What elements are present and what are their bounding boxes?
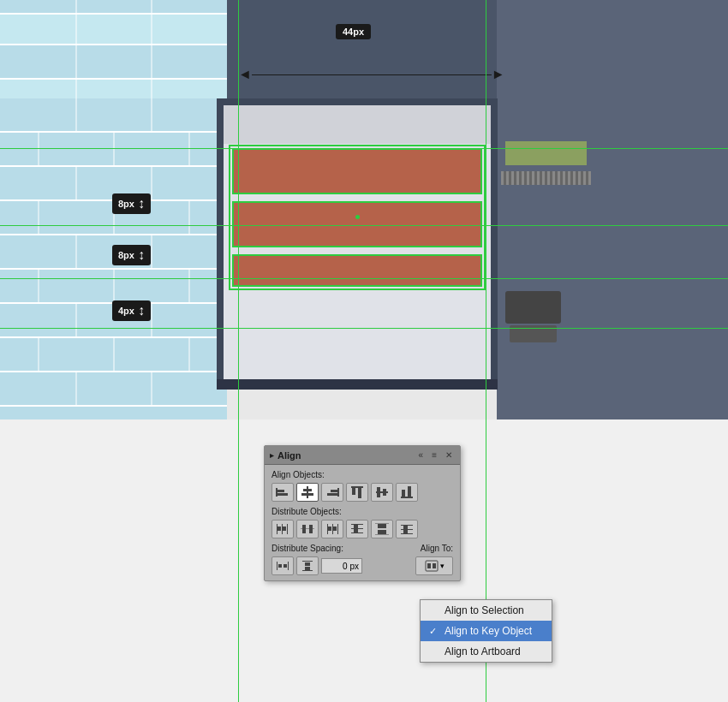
svg-rect-46	[288, 562, 289, 570]
panel-title-text: Align	[277, 450, 301, 461]
dist-bottom-btn[interactable]	[396, 520, 418, 538]
svg-rect-28	[337, 524, 338, 534]
align-center-v-btn[interactable]	[371, 483, 393, 502]
align-artboard-label: Align to Artboard	[445, 645, 521, 657]
svg-rect-31	[351, 524, 363, 525]
dist-top-btn[interactable]	[346, 520, 368, 538]
panel-titlebar: ▸ Align « ≡ ✕	[265, 446, 460, 465]
align-to-btn[interactable]: ▾	[415, 556, 453, 575]
align-bottom-btn[interactable]	[396, 483, 418, 502]
svg-rect-17	[408, 486, 411, 497]
svg-rect-15	[401, 497, 413, 498]
svg-rect-2	[277, 493, 288, 496]
panel-close-btn[interactable]: ✕	[443, 449, 455, 461]
spacing-row: 0 px	[272, 556, 362, 575]
illustration-frame	[217, 98, 498, 390]
svg-rect-43	[403, 526, 408, 529]
svg-rect-1	[277, 490, 284, 492]
svg-rect-49	[302, 561, 313, 562]
dist-space-h-btn[interactable]	[272, 556, 294, 575]
guide-v-bottom-1	[238, 419, 239, 702]
align-panel: ▸ Align « ≡ ✕ Align Objects:	[264, 445, 461, 581]
svg-rect-27	[332, 524, 333, 534]
svg-rect-9	[351, 486, 363, 488]
svg-rect-4	[303, 489, 312, 491]
svg-rect-52	[305, 567, 310, 570]
svg-rect-24	[302, 525, 306, 533]
panel-menu-btn[interactable]: ≡	[429, 449, 439, 461]
panel-collapse-btn[interactable]: «	[416, 449, 427, 461]
panel-title: ▸ Align	[270, 450, 301, 461]
svg-rect-8	[327, 493, 337, 496]
svg-rect-37	[375, 534, 389, 535]
align-to-section: Align To: ▾	[415, 544, 453, 575]
align-to-dropdown-menu: Align to Selection ✓ Align to Key Object…	[420, 599, 552, 663]
align-objects-row	[272, 483, 453, 502]
align-top-btn[interactable]	[346, 483, 368, 502]
svg-rect-44	[403, 530, 408, 533]
svg-rect-16	[402, 490, 405, 497]
distribute-objects-label: Distribute Objects:	[272, 507, 453, 516]
svg-rect-35	[354, 529, 358, 532]
measure-44px-arrow: ◄ ►	[238, 67, 505, 82]
align-to-dropdown-wrapper: ▾	[415, 556, 453, 575]
align-right-btn[interactable]	[321, 483, 343, 502]
align-left-btn[interactable]	[272, 483, 294, 502]
svg-rect-11	[358, 488, 361, 498]
svg-rect-41	[401, 529, 413, 530]
align-artboard-check	[429, 646, 439, 657]
measure-8px-top: 8px ↕	[112, 193, 151, 214]
measure-8px-mid: 8px ↕	[112, 245, 151, 265]
svg-rect-33	[351, 532, 363, 533]
svg-rect-42	[401, 533, 413, 534]
align-key-check: ✓	[429, 626, 439, 637]
svg-rect-54	[427, 563, 431, 568]
center-point	[355, 215, 360, 219]
align-center-h-btn[interactable]	[296, 483, 319, 502]
distribute-objects-row	[272, 520, 453, 538]
svg-rect-36	[375, 523, 389, 524]
bottom-row: Distribute Spacing: 0 px Align To:	[272, 544, 453, 575]
distribute-spacing-section: Distribute Spacing: 0 px	[272, 544, 362, 575]
svg-rect-18	[277, 524, 277, 534]
align-selection-item[interactable]: Align to Selection	[421, 600, 552, 621]
svg-rect-0	[276, 488, 277, 497]
svg-rect-51	[305, 562, 310, 566]
svg-rect-50	[302, 570, 313, 571]
dist-center-h-btn[interactable]	[296, 520, 319, 538]
dist-middle-v-btn[interactable]	[371, 520, 393, 538]
svg-rect-55	[433, 563, 436, 568]
svg-rect-19	[282, 524, 283, 534]
svg-rect-25	[309, 525, 313, 533]
brown-rect-3	[232, 254, 482, 287]
svg-rect-14	[383, 489, 386, 496]
brown-rect-2	[232, 201, 482, 247]
align-objects-label: Align Objects:	[272, 470, 453, 479]
align-key-object-item[interactable]: ✓ Align to Key Object	[421, 621, 552, 641]
brown-rect-1	[232, 148, 482, 194]
svg-rect-6	[337, 488, 339, 497]
svg-rect-7	[331, 490, 337, 492]
dist-left-btn[interactable]	[272, 520, 294, 538]
svg-rect-3	[307, 486, 308, 498]
align-triangle-icon: ▸	[270, 451, 274, 460]
canvas-area: 44px ◄ ► 8px ↕ 8px ↕ 4px ↕	[0, 0, 728, 419]
svg-rect-13	[377, 487, 380, 497]
dist-right-btn[interactable]	[321, 520, 343, 538]
svg-rect-26	[327, 524, 328, 534]
align-selection-check	[429, 605, 439, 616]
svg-rect-10	[352, 488, 355, 495]
align-key-label: Align to Key Object	[445, 625, 532, 637]
right-dark-panel	[497, 0, 728, 419]
svg-rect-5	[301, 493, 313, 496]
measure-44px-label: 44px	[336, 24, 371, 39]
spacing-input[interactable]: 0 px	[321, 558, 362, 574]
panel-body: Align Objects:	[265, 465, 460, 580]
svg-rect-40	[401, 525, 413, 526]
svg-rect-21	[277, 526, 281, 531]
svg-rect-32	[351, 528, 363, 529]
svg-rect-38	[378, 524, 386, 528]
distribute-spacing-label: Distribute Spacing:	[272, 544, 362, 553]
dist-space-v-btn[interactable]	[296, 556, 319, 575]
align-artboard-item[interactable]: Align to Artboard	[421, 641, 552, 662]
